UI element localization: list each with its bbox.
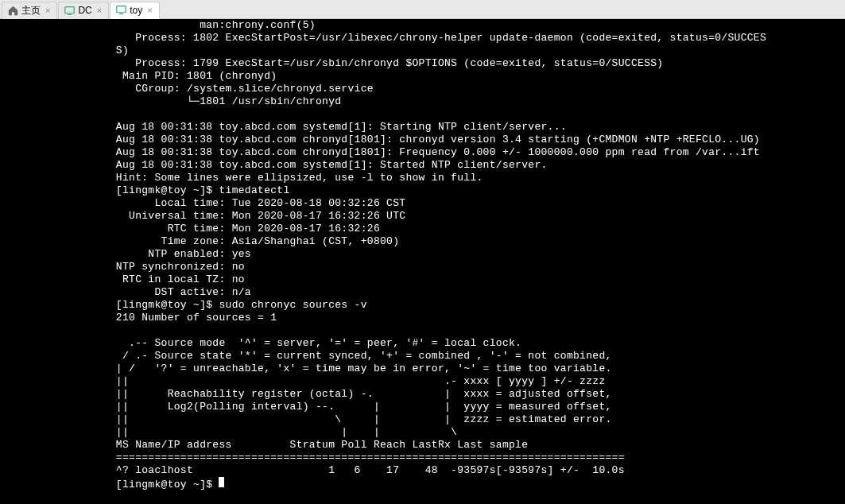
terminal-line: || Log2(Polling interval) --. | | yyyy =… bbox=[116, 401, 612, 413]
tab-dc[interactable]: DC × bbox=[58, 2, 109, 19]
terminal-padding bbox=[0, 57, 116, 69]
terminal-padding bbox=[0, 413, 116, 425]
terminal-padding bbox=[0, 19, 116, 31]
svg-rect-0 bbox=[65, 6, 74, 13]
terminal-line: Time zone: Asia/Shanghai (CST, +0800) bbox=[116, 235, 399, 247]
terminal-padding bbox=[0, 248, 116, 260]
terminal-line: NTP synchronized: no bbox=[116, 261, 245, 273]
terminal-padding bbox=[0, 324, 116, 336]
tab-toy[interactable]: toy × bbox=[110, 2, 159, 19]
terminal-padding bbox=[0, 337, 116, 349]
terminal[interactable]: man:chrony.conf(5) Process: 1802 ExecSta… bbox=[0, 19, 845, 504]
terminal-line: || | | \ bbox=[116, 426, 457, 438]
home-icon bbox=[7, 5, 18, 16]
monitor-icon bbox=[115, 5, 126, 16]
terminal-line: Aug 18 00:31:38 toy.abcd.com systemd[1]:… bbox=[116, 121, 567, 133]
terminal-line: Universal time: Mon 2020-08-17 16:32:26 … bbox=[116, 210, 406, 222]
terminal-padding bbox=[0, 286, 116, 298]
terminal-line: [lingmk@toy ~]$ timedatectl bbox=[116, 184, 290, 196]
terminal-line: || \ | | zzzz = estimated error. bbox=[116, 413, 612, 425]
terminal-line: 210 Number of sources = 1 bbox=[116, 312, 277, 324]
terminal-padding bbox=[0, 184, 116, 196]
terminal-padding bbox=[0, 452, 116, 463]
terminal-line: DST active: n/a bbox=[116, 286, 251, 298]
terminal-padding bbox=[0, 426, 116, 438]
tab-label: 主页 bbox=[21, 4, 41, 17]
terminal-padding bbox=[0, 362, 116, 374]
terminal-line: Hint: Some lines were ellipsized, use -l… bbox=[116, 172, 483, 184]
terminal-padding bbox=[0, 172, 116, 184]
close-icon[interactable]: × bbox=[45, 6, 50, 15]
terminal-padding bbox=[0, 146, 116, 158]
tab-label: toy bbox=[130, 5, 142, 16]
svg-rect-2 bbox=[117, 6, 126, 13]
terminal-cursor bbox=[219, 477, 224, 487]
terminal-padding bbox=[0, 32, 116, 44]
terminal-padding bbox=[0, 439, 116, 451]
terminal-line: NTP enabled: yes bbox=[116, 248, 251, 260]
terminal-line: └─1801 /usr/sbin/chronyd bbox=[116, 95, 342, 107]
terminal-padding bbox=[0, 350, 116, 362]
terminal-padding bbox=[0, 479, 116, 490]
monitor-icon bbox=[64, 5, 75, 16]
terminal-padding bbox=[0, 223, 116, 235]
terminal-padding bbox=[0, 45, 116, 56]
terminal-line: || Reachability register (octal) -. | xx… bbox=[116, 388, 612, 400]
terminal-line: Main PID: 1801 (chronyd) bbox=[116, 70, 277, 82]
terminal-padding bbox=[0, 134, 116, 145]
terminal-line: | / '?' = unreachable, 'x' = time may be… bbox=[116, 362, 612, 374]
terminal-padding bbox=[0, 210, 116, 222]
close-icon[interactable]: × bbox=[147, 6, 152, 15]
terminal-padding bbox=[0, 159, 116, 171]
terminal-line: / .- Source state '*' = current synced, … bbox=[116, 350, 612, 362]
terminal-content: man:chrony.conf(5) Process: 1802 ExecSta… bbox=[0, 19, 845, 491]
terminal-line: Local time: Tue 2020-08-18 00:32:26 CST bbox=[116, 197, 406, 209]
terminal-padding bbox=[0, 235, 116, 247]
tab-bar: 主页 × DC × toy × bbox=[0, 0, 845, 19]
terminal-padding bbox=[0, 95, 116, 107]
tab-home[interactable]: 主页 × bbox=[2, 2, 57, 19]
terminal-padding bbox=[0, 108, 116, 120]
terminal-line: MS Name/IP address Stratum Poll Reach La… bbox=[116, 439, 528, 451]
terminal-line: [lingmk@toy ~]$ sudo chronyc sources -v bbox=[116, 299, 367, 311]
terminal-padding bbox=[0, 261, 116, 273]
terminal-line: Process: 1799 ExecStart=/usr/sbin/chrony… bbox=[116, 57, 664, 69]
terminal-line: Process: 1802 ExecStartPost=/usr/libexec… bbox=[116, 32, 766, 44]
terminal-line: Aug 18 00:31:38 toy.abcd.com chronyd[180… bbox=[116, 134, 760, 145]
terminal-line: RTC in local TZ: no bbox=[116, 273, 245, 285]
terminal-padding bbox=[0, 83, 116, 95]
terminal-line: man:chrony.conf(5) bbox=[116, 19, 316, 31]
terminal-padding bbox=[0, 197, 116, 209]
close-icon[interactable]: × bbox=[97, 6, 102, 15]
terminal-padding bbox=[0, 388, 116, 400]
terminal-padding bbox=[0, 299, 116, 311]
terminal-line: Aug 18 00:31:38 toy.abcd.com systemd[1]:… bbox=[116, 159, 548, 171]
terminal-padding bbox=[0, 375, 116, 387]
terminal-line: RTC time: Mon 2020-08-17 16:32:26 bbox=[116, 223, 380, 235]
terminal-padding bbox=[0, 401, 116, 413]
terminal-line: Aug 18 00:31:38 toy.abcd.com chronyd[180… bbox=[116, 146, 760, 158]
terminal-line: || .- xxxx [ yyyy ] +/- zzzz bbox=[116, 375, 606, 387]
terminal-line: [lingmk@toy ~]$ bbox=[116, 479, 219, 490]
terminal-padding bbox=[0, 312, 116, 324]
terminal-line: ========================================… bbox=[116, 452, 625, 463]
terminal-padding bbox=[0, 70, 116, 82]
terminal-line: ^? loaclhost 1 6 17 48 -93597s[-93597s] … bbox=[116, 464, 625, 476]
terminal-padding bbox=[0, 273, 116, 285]
terminal-line: S) bbox=[116, 45, 129, 56]
tab-label: DC bbox=[78, 5, 91, 16]
terminal-padding bbox=[0, 121, 116, 133]
terminal-padding bbox=[0, 464, 116, 476]
terminal-line: .-- Source mode '^' = server, '=' = peer… bbox=[116, 337, 521, 349]
terminal-line: CGroup: /system.slice/chronyd.service bbox=[116, 83, 374, 95]
